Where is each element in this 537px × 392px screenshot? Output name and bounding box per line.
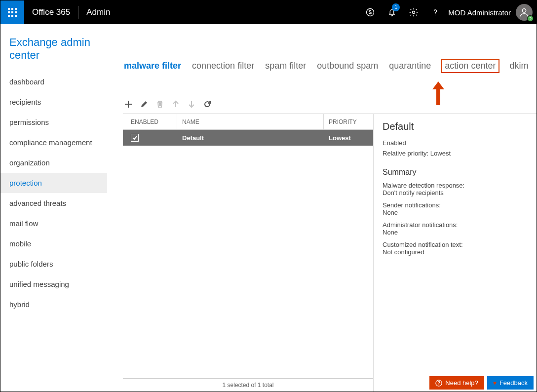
svg-point-11: [435, 15, 436, 15]
help-circle-icon: [435, 380, 442, 387]
svg-rect-0: [8, 8, 10, 10]
page-title: Exchange admin center: [0, 24, 107, 69]
col-header-name[interactable]: NAME: [177, 114, 324, 129]
detail-value: Not configured: [383, 248, 528, 256]
edit-button[interactable]: [139, 99, 150, 110]
details-priority: Relative priority: Lowest: [383, 150, 528, 157]
detail-key: Customized notification text:: [383, 241, 463, 248]
sidebar-item-protection[interactable]: protection: [0, 173, 107, 193]
tab-outbound-spam[interactable]: outbound spam: [316, 59, 379, 73]
feedback-button[interactable]: ♥ Feedback: [487, 376, 534, 390]
pencil-icon: [140, 100, 148, 108]
heart-icon: ♥: [493, 380, 497, 387]
tab-dkim[interactable]: dkim: [508, 59, 529, 73]
section-label[interactable]: Admin: [78, 7, 118, 17]
sidebar-nav: dashboard recipients permissions complia…: [0, 72, 107, 314]
sidebar-item-unified-messaging[interactable]: unified messaging: [0, 274, 107, 294]
left-column: Exchange admin center dashboard recipien…: [0, 24, 107, 392]
sidebar-item-mail-flow[interactable]: mail flow: [0, 213, 107, 234]
svg-rect-1: [11, 8, 13, 10]
col-header-priority[interactable]: PRIORITY: [324, 114, 373, 129]
skype-button[interactable]: [359, 0, 381, 24]
waffle-icon: [8, 8, 17, 17]
svg-rect-6: [8, 15, 10, 17]
svg-rect-5: [15, 11, 17, 13]
main-area: malware filter connection filter spam fi…: [107, 24, 537, 392]
svg-point-12: [522, 9, 526, 12]
tab-connection-filter[interactable]: connection filter: [191, 59, 255, 73]
grid-footer: 1 selected of 1 total: [123, 378, 373, 392]
app-launcher-button[interactable]: [0, 0, 24, 24]
sidebar-item-dashboard[interactable]: dashboard: [0, 72, 107, 92]
svg-rect-2: [15, 8, 17, 10]
sidebar-item-organization[interactable]: organization: [0, 153, 107, 173]
presence-badge-icon: ?: [527, 15, 534, 22]
tab-action-center[interactable]: action center: [441, 59, 499, 73]
tab-bar: malware filter connection filter spam fi…: [123, 59, 537, 73]
feedback-label: Feedback: [499, 379, 528, 387]
arrow-up-icon: [172, 100, 180, 108]
col-header-enabled[interactable]: ENABLED: [123, 114, 177, 129]
check-icon: [132, 135, 138, 141]
delete-button[interactable]: [154, 99, 165, 110]
skype-icon: [365, 7, 375, 17]
refresh-icon: [203, 100, 211, 108]
sidebar-item-public-folders[interactable]: public folders: [0, 254, 107, 274]
details-summary-heading: Summary: [383, 168, 528, 177]
trash-icon: [156, 100, 164, 108]
plus-icon: [124, 100, 132, 108]
sidebar-item-mobile[interactable]: mobile: [0, 234, 107, 254]
notification-badge: 1: [392, 3, 400, 11]
notifications-button[interactable]: 1: [381, 0, 403, 24]
detail-key: Sender notifications:: [383, 201, 441, 209]
detail-value: Don't notify recipients: [383, 189, 528, 196]
tab-quarantine[interactable]: quarantine: [388, 59, 432, 73]
username-label[interactable]: MOD Administrator: [446, 8, 516, 17]
refresh-button[interactable]: [202, 99, 213, 110]
brand-label[interactable]: Office 365: [24, 7, 78, 17]
need-help-button[interactable]: Need help?: [429, 376, 484, 390]
detail-key: Administrator notifications:: [383, 221, 458, 229]
svg-rect-7: [11, 15, 13, 17]
tab-spam-filter[interactable]: spam filter: [264, 59, 307, 73]
sidebar-item-recipients[interactable]: recipients: [0, 92, 107, 112]
detail-malware-response: Malware detection response: Don't notify…: [383, 182, 528, 196]
svg-point-10: [413, 11, 415, 14]
details-title: Default: [383, 121, 528, 132]
detail-value: None: [383, 229, 528, 236]
detail-admin-notifications: Administrator notifications: None: [383, 221, 528, 236]
row-priority: Lowest: [324, 130, 373, 146]
sidebar-item-advanced-threats[interactable]: advanced threats: [0, 193, 107, 213]
svg-point-16: [439, 384, 439, 385]
row-name: Default: [177, 130, 324, 146]
need-help-label: Need help?: [445, 379, 478, 387]
add-button[interactable]: [123, 99, 134, 110]
move-down-button[interactable]: [186, 99, 197, 110]
detail-value: None: [383, 209, 528, 216]
move-up-button[interactable]: [170, 99, 181, 110]
topbar: Office 365 Admin 1 MOD Administrator ?: [0, 0, 537, 24]
sidebar-item-permissions[interactable]: permissions: [0, 112, 107, 132]
toolbar: [123, 99, 537, 113]
row-enabled-checkbox[interactable]: [131, 134, 139, 142]
detail-key: Malware detection response:: [383, 182, 464, 189]
policy-grid: ENABLED NAME PRIORITY Default Lowest: [123, 114, 374, 392]
detail-sender-notifications: Sender notifications: None: [383, 201, 528, 216]
details-status: Enabled: [383, 139, 528, 147]
avatar-button[interactable]: ?: [516, 4, 533, 21]
arrow-down-icon: [188, 100, 195, 108]
detail-custom-text: Customized notification text: Not config…: [383, 241, 528, 256]
help-button[interactable]: [424, 0, 446, 24]
svg-rect-4: [11, 11, 13, 13]
tab-malware-filter[interactable]: malware filter: [123, 59, 182, 73]
gear-icon: [409, 7, 419, 17]
question-icon: [430, 7, 440, 17]
sidebar-item-hybrid[interactable]: hybrid: [0, 294, 107, 314]
svg-rect-3: [8, 11, 10, 13]
table-row[interactable]: Default Lowest: [123, 130, 373, 146]
details-pane: Default Enabled Relative priority: Lowes…: [374, 114, 537, 392]
svg-rect-8: [15, 15, 17, 17]
settings-button[interactable]: [403, 0, 424, 24]
grid-header: ENABLED NAME PRIORITY: [123, 114, 373, 130]
sidebar-item-compliance[interactable]: compliance management: [0, 132, 107, 153]
